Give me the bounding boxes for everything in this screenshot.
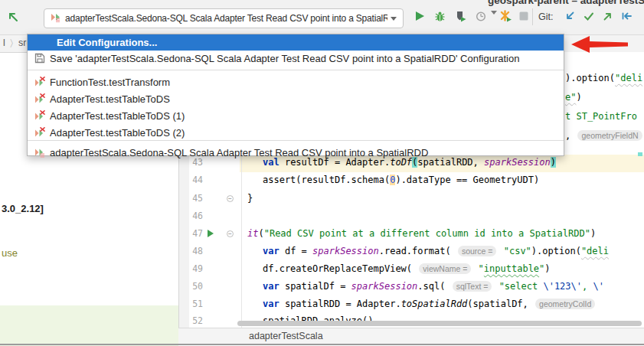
- line-number: 47: [189, 228, 203, 239]
- annotation-arrow: [570, 34, 629, 57]
- fold-icon[interactable]: −: [227, 230, 234, 237]
- code-token: .sql(: [417, 281, 450, 292]
- fold-icon[interactable]: −: [227, 195, 234, 202]
- line-number: 49: [189, 263, 203, 274]
- menu-item-1[interactable]: Save 'adapterTestScala.Sedona-SQL Scala …: [28, 51, 564, 69]
- run-test-gutter-icon[interactable]: [208, 230, 214, 237]
- code-token: [493, 281, 499, 292]
- code-token: "deli: [615, 73, 642, 83]
- line-number: 43: [189, 157, 203, 168]
- menu-item-2[interactable]: FunctionTest.testTransform: [28, 74, 564, 91]
- menu-item-0[interactable]: Edit Configurations...: [28, 34, 564, 51]
- code-token: spatialRDD = Adapter.: [280, 299, 401, 309]
- bottom-breadcrumb-item[interactable]: adapterTestScala: [249, 331, 323, 341]
- code-token: ": [479, 263, 484, 274]
- left-panel-module-fragment: 3.0_2.12]: [2, 203, 44, 214]
- code-token: "Read CSV point at a different column id…: [264, 228, 590, 239]
- profiler-caret-icon[interactable]: [488, 15, 497, 28]
- code-token: ): [576, 92, 581, 103]
- git-push-button[interactable]: [602, 10, 614, 22]
- scalatest-failed-icon: [34, 110, 45, 121]
- run-configuration-label: adapterTestScala.Sedona-SQL Scala Adapte…: [65, 13, 387, 24]
- parameter-hint: sqlText =: [453, 281, 492, 292]
- chevron-down-icon: [391, 17, 397, 21]
- code-line-50: var spatialDf = sparkSession.sql( sqlTex…: [263, 281, 604, 293]
- git-label: Git:: [538, 11, 553, 22]
- code-fragment-1: e"): [565, 92, 582, 104]
- menu-separator: [28, 70, 564, 70]
- code-line-48: var df = sparkSession.read.format( sourc…: [263, 246, 609, 258]
- menu-item-6[interactable]: adapterTestScala.Sedona-SQL Scala Adapte…: [28, 145, 564, 158]
- code-token: ): [551, 157, 556, 168]
- code-token: df.createOrReplaceTempView(: [263, 263, 417, 274]
- code-token: sparkSession: [351, 281, 418, 292]
- scalatest-config-icon: [51, 11, 60, 25]
- run-coverage-button[interactable]: [454, 10, 466, 22]
- code-token: }: [247, 193, 253, 204]
- window-title: geospark-parent – adapterTestScala.scala: [488, 0, 644, 6]
- line-number: 46: [189, 211, 203, 221]
- code-token: val: [263, 157, 280, 168]
- line-number: 52: [189, 315, 203, 326]
- breadcrumb-prefix[interactable]: l: [3, 38, 5, 48]
- menu-item-3[interactable]: AdapterTest.testTableToDS: [28, 91, 564, 108]
- code-token: \'123\': [543, 281, 582, 292]
- code-token: "csv": [504, 246, 531, 256]
- code-token: it: [247, 228, 258, 239]
- code-token: toDf: [390, 157, 412, 168]
- code-token: var: [263, 299, 280, 309]
- line-number: 50: [189, 281, 203, 292]
- code-token: t ST_PointFro: [565, 111, 637, 122]
- profiler-starburst-button[interactable]: [499, 10, 512, 22]
- code-token: spatialRDD,: [417, 157, 484, 168]
- code-token: ).option(: [531, 246, 581, 256]
- code-token: \': [593, 281, 603, 292]
- git-commit-button[interactable]: [583, 10, 595, 22]
- code-line-44: assert(resultDf.schema(0).dataType == Ge…: [263, 175, 539, 187]
- run-configuration-select[interactable]: adapterTestScala.Sedona-SQL Scala Adapte…: [44, 8, 404, 28]
- git-update-button[interactable]: [564, 10, 576, 22]
- menu-item-label: FunctionTest.testTransform: [50, 77, 170, 88]
- profiler-button[interactable]: [475, 10, 487, 22]
- menu-item-label: adapterTestScala.Sedona-SQL Scala Adapte…: [50, 147, 428, 158]
- code-token: "select: [499, 281, 544, 292]
- scalatest-failed-icon: [34, 127, 45, 138]
- line-number: 44: [189, 175, 203, 185]
- parameter-hint: viewName =: [419, 263, 471, 274]
- horizontal-scrollbar[interactable]: [237, 321, 642, 326]
- code-token: inputtable: [484, 263, 539, 274]
- menu-item-label: AdapterTest.testTableToDS (2): [50, 127, 185, 139]
- code-line-43: val resultDf = Adapter.toDf(spatialRDD, …: [263, 157, 556, 169]
- parameter-hint: geometryFieldN: [577, 130, 642, 141]
- scalatest-failed-icon: [34, 93, 45, 104]
- stop-button[interactable]: [518, 10, 530, 22]
- scalatest-failed-icon: [34, 77, 45, 87]
- line-number: 45: [189, 193, 203, 204]
- error-stripe-mark: [638, 152, 642, 156]
- vcs-added-block: pache.sedona.sql: [0, 305, 178, 346]
- bottom-breadcrumb-bar: adapterTestScala: [178, 328, 644, 344]
- no-icon: [34, 37, 45, 47]
- code-token: resultDf = Adapter.: [280, 157, 391, 168]
- code-token: (spatialDf,: [467, 299, 534, 309]
- parameter-hint: geometryColId: [535, 299, 595, 309]
- run-button[interactable]: [414, 10, 426, 22]
- back-arrow-icon[interactable]: [6, 10, 20, 24]
- left-panel-use-fragment: use: [2, 247, 18, 259]
- menu-item-4[interactable]: AdapterTest.testTableToDS (1): [28, 108, 564, 125]
- breadcrumb-chevron-icon: 〉: [9, 38, 19, 51]
- code-token: .read.format(: [379, 246, 456, 256]
- code-token: ).dataType == GeometryUDT): [395, 175, 539, 185]
- debug-button[interactable]: [433, 10, 446, 22]
- line-number: 48: [189, 246, 203, 256]
- code-token: ).option(: [565, 73, 615, 83]
- menu-item-5[interactable]: AdapterTest.testTableToDS (2): [28, 125, 564, 142]
- git-rollback-button[interactable]: [620, 10, 633, 22]
- line-number: 51: [189, 299, 203, 309]
- code-token: assert(resultDf.schema(: [263, 175, 390, 185]
- ide-window: geospark-parent – adapterTestScala.scala…: [0, 0, 644, 346]
- code-token: sparkSession: [312, 246, 379, 256]
- code-token: ,: [565, 130, 576, 141]
- code-token: (: [258, 228, 263, 239]
- code-token: ): [544, 263, 550, 274]
